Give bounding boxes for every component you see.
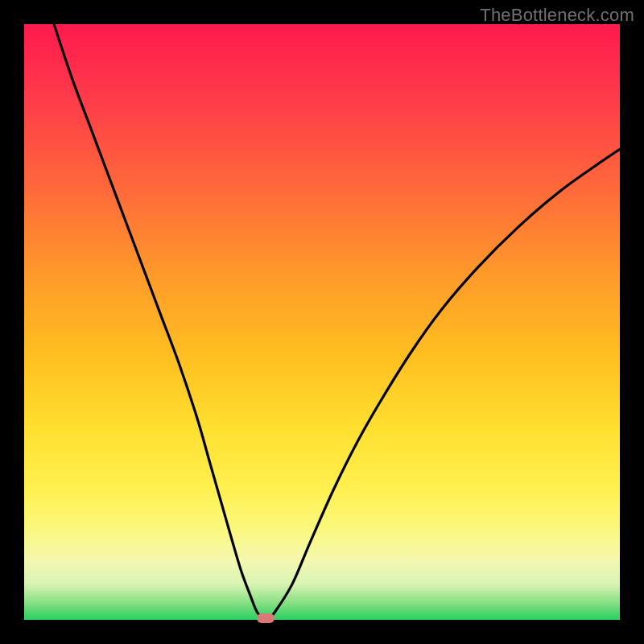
bottleneck-curve xyxy=(0,0,644,644)
optimal-marker xyxy=(257,613,275,623)
chart-frame: TheBottleneck.com xyxy=(0,0,644,644)
